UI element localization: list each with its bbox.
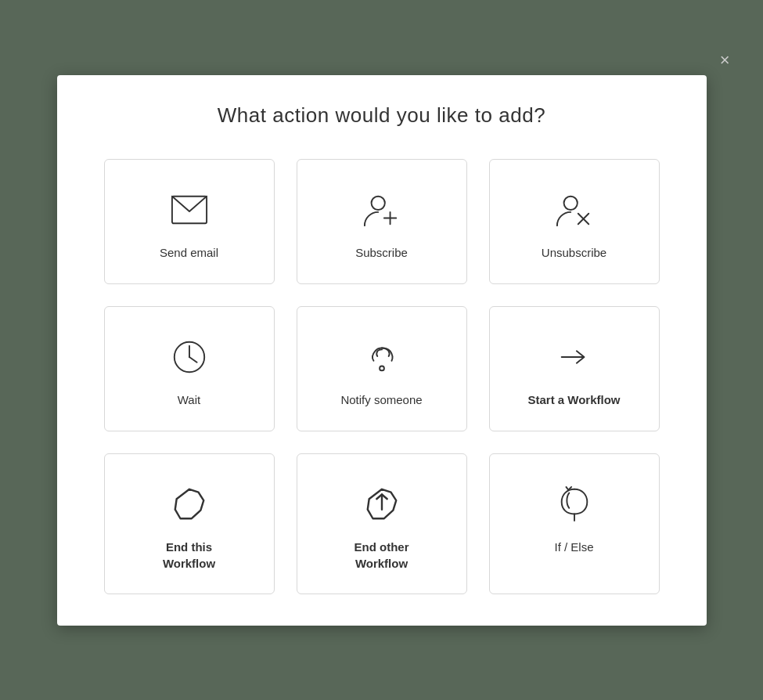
actions-grid: Send email Subscribe Unsubscribe Wait No… xyxy=(104,159,660,594)
action-card-notify-someone[interactable]: Notify someone xyxy=(297,306,467,431)
end-other-workflow-icon xyxy=(360,482,404,526)
if-else-icon xyxy=(552,482,596,526)
action-label-if-else: If / Else xyxy=(554,539,593,555)
action-label-end-this-workflow: End thisWorkflow xyxy=(163,539,215,572)
modal-body: Send email Subscribe Unsubscribe Wait No… xyxy=(57,143,707,626)
action-card-subscribe[interactable]: Subscribe xyxy=(297,159,467,284)
action-label-send-email: Send email xyxy=(160,244,218,261)
subscribe-icon xyxy=(360,188,404,232)
send-email-icon xyxy=(167,188,211,232)
action-label-wait: Wait xyxy=(178,391,200,408)
action-label-start-workflow: Start a Workflow xyxy=(527,391,620,408)
action-card-end-other-workflow[interactable]: End otherWorkflow xyxy=(297,453,467,594)
action-card-end-this-workflow[interactable]: End thisWorkflow xyxy=(104,453,275,594)
modal-dialog: × What action would you like to add? Sen… xyxy=(57,75,707,626)
action-label-unsubscribe: Unsubscribe xyxy=(542,244,606,261)
action-card-if-else[interactable]: If / Else xyxy=(489,453,660,594)
action-label-subscribe: Subscribe xyxy=(355,244,408,261)
start-workflow-icon xyxy=(552,335,596,379)
svg-point-4 xyxy=(563,196,577,209)
svg-point-1 xyxy=(371,196,384,209)
notify-someone-icon xyxy=(360,335,404,379)
modal-title: What action would you like to add? xyxy=(88,103,675,128)
action-label-notify-someone: Notify someone xyxy=(340,391,422,408)
wait-icon xyxy=(167,335,211,379)
end-this-workflow-icon xyxy=(167,482,211,526)
modal-header: What action would you like to add? xyxy=(57,75,707,143)
action-card-unsubscribe[interactable]: Unsubscribe xyxy=(489,159,660,284)
action-card-start-workflow[interactable]: Start a Workflow xyxy=(489,306,660,431)
svg-point-10 xyxy=(380,366,384,370)
action-label-end-other-workflow: End otherWorkflow xyxy=(355,539,409,572)
svg-line-9 xyxy=(189,357,197,363)
unsubscribe-icon xyxy=(552,188,596,232)
close-button[interactable]: × xyxy=(720,52,730,69)
action-card-wait[interactable]: Wait xyxy=(104,306,275,431)
action-card-send-email[interactable]: Send email xyxy=(104,159,275,284)
